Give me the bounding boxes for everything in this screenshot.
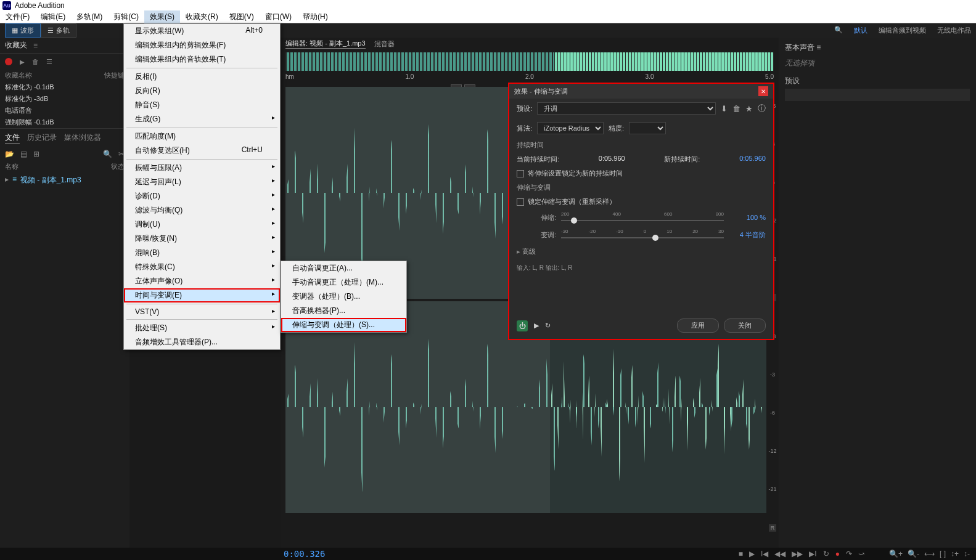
favorite-props-button[interactable]	[46, 57, 52, 66]
menu-item[interactable]: 反相(I)	[124, 70, 280, 84]
close-dialog-button[interactable]: 关闭	[724, 319, 766, 333]
tab-files[interactable]: 文件	[5, 132, 20, 144]
menu-view[interactable]: 视图(V)	[224, 10, 260, 23]
new-duration-value[interactable]: 0:05.960	[739, 155, 766, 164]
menu-edit[interactable]: 编辑(E)	[35, 10, 71, 23]
menu-item[interactable]: 自动修复选区(H)Ctrl+U	[124, 144, 280, 158]
ws-radio[interactable]: 无线电作品	[937, 26, 971, 35]
lock-stretch-checkbox[interactable]	[517, 198, 524, 206]
ws-default[interactable]: 默认	[854, 26, 867, 35]
essential-sound-preset[interactable]	[785, 89, 970, 101]
menu-item[interactable]: 特殊效果(C)	[124, 260, 280, 274]
menu-item[interactable]: 显示效果组(W)Alt+0	[124, 24, 280, 38]
file-search-icon[interactable]: 🔍	[103, 150, 112, 158]
favorite-item[interactable]: 强制限幅 -0.1dB	[0, 116, 129, 128]
panel-menu-icon[interactable]: ≡	[816, 43, 821, 52]
menu-item[interactable]: 编辑效果组内的剪辑效果(F)	[124, 38, 280, 52]
menu-item[interactable]: 批处理(S)	[124, 321, 280, 335]
expand-icon[interactable]	[5, 175, 9, 185]
tab-media-browser[interactable]: 媒体浏览器	[64, 132, 101, 144]
zoom-sel-icon[interactable]: [ ]	[940, 550, 946, 558]
save-preset-icon[interactable]: ⬇	[721, 104, 728, 113]
tab-editor[interactable]: 编辑器: 视频 - 副本_1.mp3	[285, 39, 366, 49]
loop-button[interactable]: ↻	[823, 550, 829, 558]
play-favorite-button[interactable]	[20, 57, 25, 66]
menu-item[interactable]: 匹配响度(M)	[124, 129, 280, 144]
preview-play-button[interactable]	[534, 322, 539, 330]
pitch-value[interactable]: 4 半音阶	[729, 230, 766, 240]
record-button[interactable]: ●	[835, 550, 840, 558]
next-button[interactable]: ▶I	[809, 550, 816, 558]
import-icon[interactable]: ⊞	[33, 150, 39, 158]
menu-item[interactable]: 时间与变调(E)	[124, 288, 280, 302]
favorite-preset-icon[interactable]: ★	[745, 104, 753, 113]
pitch-slider[interactable]: -30-20-100102030	[561, 229, 724, 241]
advanced-toggle[interactable]: 高级	[509, 243, 773, 260]
record-favorite-button[interactable]	[5, 58, 12, 65]
zoom-out-v-icon[interactable]: ↕-	[964, 550, 970, 558]
menu-item[interactable]: 静音(S)	[124, 98, 280, 112]
stretch-value[interactable]: 100 %	[729, 214, 766, 221]
close-button[interactable]: ✕	[758, 86, 768, 96]
delete-preset-icon[interactable]: 🗑	[732, 104, 740, 113]
menu-item[interactable]: 手动音调更正（处理）(M)...	[281, 275, 406, 290]
stop-button[interactable]: ■	[739, 550, 743, 558]
ws-edit-to-video[interactable]: 编辑音频到视频	[879, 26, 926, 35]
menu-item[interactable]: 立体声声像(O)	[124, 274, 280, 288]
menu-item[interactable]: 编辑效果组内的音轨效果(T)	[124, 52, 280, 67]
preview-loop-button[interactable]	[545, 322, 551, 330]
open-file-icon[interactable]: 📂	[5, 150, 14, 158]
menu-item[interactable]: 振幅与压限(A)	[124, 161, 280, 175]
favorite-item[interactable]: 电话语音	[0, 105, 129, 116]
menu-item[interactable]: 延迟与回声(L)	[124, 175, 280, 189]
tab-mixer[interactable]: 混音器	[374, 39, 395, 49]
menu-effects[interactable]: 效果(S)	[144, 10, 180, 23]
power-button[interactable]: ⏻	[517, 320, 528, 331]
lock-duration-checkbox[interactable]	[517, 170, 524, 177]
menu-multi[interactable]: 多轨(M)	[71, 10, 108, 23]
menu-item[interactable]: 滤波与均衡(Q)	[124, 203, 280, 217]
menu-clip[interactable]: 剪辑(C)	[108, 10, 144, 23]
menu-item[interactable]: 变调器（处理）(B)...	[281, 290, 406, 304]
apply-button[interactable]: 应用	[677, 319, 719, 333]
preset-select[interactable]: 升调	[537, 102, 716, 115]
file-row[interactable]: 视频 - 副本_1.mp3	[0, 172, 129, 188]
stretch-slider[interactable]: 200400600800	[561, 211, 724, 224]
favorite-item[interactable]: 标准化为 -3dB	[0, 93, 129, 105]
menu-item[interactable]: 反向(R)	[124, 84, 280, 98]
zoom-full-icon[interactable]: ⟷	[924, 550, 935, 558]
menu-item[interactable]: 混响(B)	[124, 246, 280, 260]
menu-item[interactable]: 音高换档器(P)...	[281, 304, 406, 318]
rewind-button[interactable]: ◀◀	[774, 550, 785, 558]
zoom-in-v-icon[interactable]: ↕+	[951, 550, 959, 558]
menu-file[interactable]: 文件(F)	[0, 10, 35, 23]
tab-history[interactable]: 历史记录	[27, 132, 57, 144]
precision-select[interactable]	[629, 122, 666, 134]
menu-item[interactable]: 诊断(D)	[124, 189, 280, 203]
menu-item[interactable]: 伸缩与变调（处理）(S)...	[281, 318, 406, 332]
new-multitrack-icon[interactable]: ▤	[20, 150, 27, 158]
jump-button[interactable]: ⤻	[858, 550, 864, 558]
info-icon[interactable]: ⓘ	[758, 103, 766, 114]
menu-window[interactable]: 窗口(W)	[260, 10, 297, 23]
ffwd-button[interactable]: ▶▶	[792, 550, 803, 558]
menu-item[interactable]: 自动音调更正(A)...	[281, 261, 406, 275]
delete-favorite-button[interactable]	[32, 57, 39, 66]
algorithm-select[interactable]: iZotope Radius	[537, 122, 604, 134]
panel-menu-icon[interactable]	[31, 41, 38, 50]
mode-waveform-button[interactable]: ▦波形	[5, 23, 41, 38]
zoom-out-icon[interactable]: 🔍-	[908, 550, 919, 558]
menu-item[interactable]: 降噪/恢复(N)	[124, 232, 280, 246]
menu-fav[interactable]: 收藏夹(R)	[180, 10, 224, 23]
mode-multitrack-button[interactable]: ☰多轨	[41, 23, 76, 38]
skip-selection-button[interactable]: ↷	[846, 550, 852, 558]
menu-item[interactable]: 调制(U)	[124, 217, 280, 232]
zoom-in-icon[interactable]: 🔍+	[889, 550, 903, 558]
search-icon[interactable]: 🔍	[834, 26, 843, 35]
favorite-item[interactable]: 标准化为 -0.1dB	[0, 81, 129, 93]
menu-item[interactable]: VST(V)	[124, 306, 280, 318]
waveform-overview[interactable]	[285, 52, 774, 71]
prev-button[interactable]: I◀	[761, 550, 768, 558]
menu-item[interactable]: 生成(G)	[124, 112, 280, 126]
play-button[interactable]: ▶	[749, 550, 755, 558]
